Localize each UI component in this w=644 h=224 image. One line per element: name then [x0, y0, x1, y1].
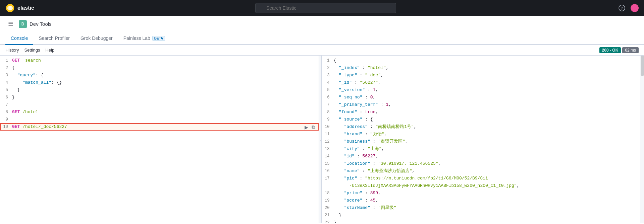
help-icon-button[interactable]: ?	[617, 3, 627, 13]
search-wrapper: 🔍	[255, 3, 396, 13]
out-num-11: 11	[322, 131, 334, 138]
tab-console[interactable]: Console	[5, 32, 33, 45]
tab-painless-lab[interactable]: Painless Lab BETA	[118, 32, 171, 45]
output-line-12: 12 "business" : "奉贸开发区",	[322, 138, 640, 145]
status-code-badge: 200 - OK	[599, 47, 621, 53]
out-num-14: 14	[322, 153, 334, 160]
settings-button[interactable]: Settings	[24, 47, 40, 53]
editor-line-5: 5 }	[0, 86, 319, 94]
out-content-18: "price" : 899,	[334, 190, 638, 197]
line-content-1: GET _search	[12, 57, 316, 64]
out-content-17b: -U13eXSlIdJjXAARSA6FywFYAAGRnwHvy1AABFIb…	[334, 182, 638, 190]
out-content-13: "city" : "上海",	[334, 145, 638, 153]
tabs-bar: Console Search Profiler Grok Debugger Pa…	[0, 32, 644, 45]
line-content-10: GET /hotel/_doc/56227	[12, 123, 316, 131]
out-num-15: 15	[322, 160, 334, 167]
out-content-3: "_type" : "_doc",	[334, 72, 638, 79]
line-content-3: "query": {	[12, 72, 316, 79]
line-num-10: 10	[0, 123, 12, 131]
logo-text: elastic	[17, 5, 34, 11]
out-content-17: "pic" : "https://m.tuniucdn.com/fb2/t1/G…	[334, 175, 638, 182]
out-num-17: 17	[322, 175, 334, 182]
line-num-7: 7	[0, 101, 12, 108]
out-num-3: 3	[322, 72, 334, 79]
out-num-5: 5	[322, 86, 334, 94]
out-num-1: 1	[322, 57, 334, 64]
out-num-22: 22	[322, 219, 334, 223]
editor-pane[interactable]: 1 GET _search 2 { 3 "query": { 4 "match_…	[0, 56, 319, 223]
out-content-20: "starName" : "四星级"	[334, 204, 638, 212]
output-line-21: 21 }	[322, 212, 640, 219]
out-content-10: "address" : "南桥镇南桥路1号",	[334, 123, 638, 131]
app-title: Dev Tools	[30, 21, 52, 27]
out-num-13: 13	[322, 145, 334, 153]
help-button[interactable]: Help	[45, 47, 54, 53]
right-scrollbar[interactable]	[640, 56, 644, 223]
output-line-18: 18 "price" : 899,	[322, 190, 640, 197]
output-line-1: 1 {	[322, 57, 640, 64]
output-line-22: 22 }	[322, 219, 640, 223]
line-num-6: 6	[0, 94, 12, 101]
out-num-6: 6	[322, 94, 334, 101]
action-bar: History Settings Help 200 - OK 62 ms	[0, 45, 644, 56]
out-content-8: "found" : true,	[334, 108, 638, 116]
output-line-17: 17 "pic" : "https://m.tuniucdn.com/fb2/t…	[322, 175, 640, 182]
time-badge: 62 ms	[622, 47, 639, 53]
out-num-7: 7	[322, 101, 334, 108]
out-num-17b	[322, 182, 334, 190]
navbar-right: ?	[617, 3, 639, 13]
tab-console-label: Console	[11, 35, 28, 41]
out-num-12: 12	[322, 138, 334, 145]
output-line-13: 13 "city" : "上海",	[322, 145, 640, 153]
tab-grok-debugger[interactable]: Grok Debugger	[75, 32, 118, 45]
out-num-9: 9	[322, 116, 334, 123]
beta-badge: BETA	[152, 36, 165, 41]
line-num-3: 3	[0, 72, 12, 79]
pane-divider[interactable]: ⋮	[319, 56, 322, 223]
svg-point-4	[11, 7, 13, 9]
logo: elastic	[5, 3, 34, 13]
out-content-14: "id" : 56227,	[334, 153, 638, 160]
status-badges: 200 - OK 62 ms	[599, 47, 639, 53]
out-num-2: 2	[322, 64, 334, 72]
out-content-11: "brand" : "万怡",	[334, 131, 638, 138]
run-button[interactable]: ▶	[304, 124, 309, 130]
output-line-8: 8 "found" : true,	[322, 108, 640, 116]
output-line-5: 5 "_version" : 1,	[322, 86, 640, 94]
output-line-3: 3 "_type" : "_doc",	[322, 72, 640, 79]
tab-search-profiler[interactable]: Search Profiler	[33, 32, 75, 45]
out-num-8: 8	[322, 108, 334, 116]
line-content-6: }	[12, 94, 316, 101]
history-button[interactable]: History	[5, 47, 19, 53]
editor-line-6: 6 }	[0, 94, 319, 101]
out-num-19: 19	[322, 197, 334, 204]
menu-button[interactable]: ☰	[5, 19, 16, 29]
svg-text:?: ?	[621, 6, 623, 11]
line-content-5: }	[12, 86, 316, 94]
editor-line-2: 2 {	[0, 64, 319, 72]
out-num-21: 21	[322, 212, 334, 219]
output-line-7: 7 "_primary_term" : 1,	[322, 101, 640, 108]
line-content-4: "match_all": {}	[12, 79, 316, 86]
avatar	[631, 4, 639, 12]
editor-lines: 1 GET _search 2 { 3 "query": { 4 "match_…	[0, 56, 319, 132]
out-num-4: 4	[322, 79, 334, 86]
tab-grok-debugger-label: Grok Debugger	[80, 35, 113, 41]
elastic-logo-icon	[5, 3, 15, 13]
editor-line-10: 10 GET /hotel/_doc/56227 ▶ ⧉	[0, 123, 319, 131]
out-content-7: "_primary_term" : 1,	[334, 101, 638, 108]
out-num-18: 18	[322, 190, 334, 197]
output-line-20: 20 "starName" : "四星级"	[322, 204, 640, 212]
search-bar: 🔍	[40, 3, 612, 13]
output-line-15: 15 "location" : "30.910917, 121.456525",	[322, 160, 640, 167]
editor-line-7: 7	[0, 101, 319, 108]
out-num-16: 16	[322, 167, 334, 175]
out-content-21: }	[334, 212, 638, 219]
scrollbar-thumb	[641, 56, 644, 76]
copy-button[interactable]: ⧉	[311, 124, 316, 130]
output-line-19: 19 "score" : 45,	[322, 197, 640, 204]
line-num-5: 5	[0, 86, 12, 94]
editor-line-4: 4 "match_all": {}	[0, 79, 319, 86]
search-input[interactable]	[255, 3, 396, 13]
output-line-11: 11 "brand" : "万怡",	[322, 131, 640, 138]
